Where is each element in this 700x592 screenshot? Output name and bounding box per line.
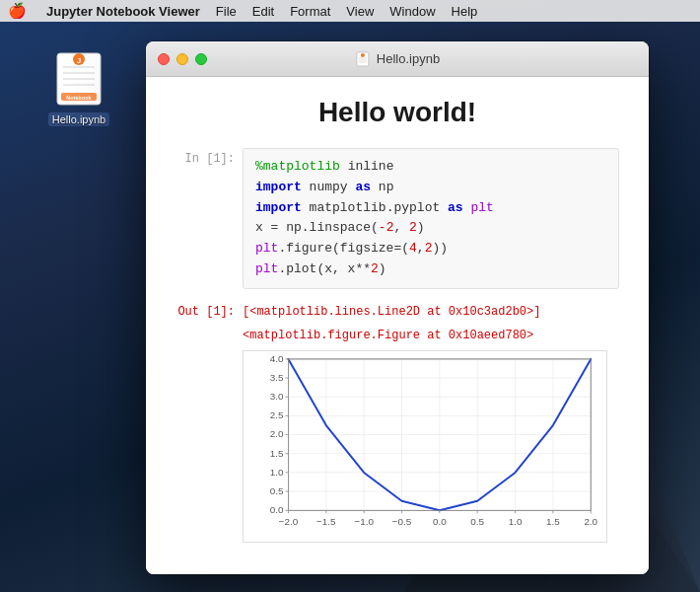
x-label-2: 2.0 [584, 516, 597, 527]
notebook-body[interactable]: Hello world! In [1]: %matplotlib inline … [146, 77, 649, 574]
code-line-1: %matplotlib inline [255, 157, 606, 178]
y-label-1: 1.0 [270, 467, 284, 478]
x-label-n2: −2.0 [279, 516, 299, 527]
x-label-n0.5: −0.5 [392, 516, 412, 527]
menu-app-name[interactable]: Jupyter Notebook Viewer [46, 4, 200, 19]
minimize-button[interactable] [176, 53, 188, 65]
svg-text:Notebook: Notebook [66, 95, 92, 101]
y-label-2: 2.0 [270, 428, 284, 439]
menu-edit[interactable]: Edit [252, 4, 274, 19]
output-text-1: [<matplotlib.lines.Line2D at 0x10c3ad2b0… [243, 303, 619, 321]
window-title: Hello.ipynb [355, 51, 440, 67]
svg-point-13 [361, 53, 365, 57]
close-button[interactable] [158, 53, 170, 65]
x-label-0: 0.0 [433, 516, 447, 527]
desktop: 🍎 Jupyter Notebook Viewer File Edit Form… [0, 0, 700, 592]
x-label-n1.5: −1.5 [316, 516, 336, 527]
y-label-2.5: 2.5 [270, 409, 284, 420]
x-label-n1: −1.0 [354, 516, 374, 527]
code-line-5: plt.figure(figsize=(4,2)) [255, 239, 606, 259]
title-icon [355, 51, 371, 67]
code-block: %matplotlib inline import numpy as np im… [243, 148, 619, 289]
desktop-icon-notebook[interactable]: J Notebook Hello.ipynb [39, 49, 118, 126]
apple-menu[interactable]: 🍎 [8, 2, 27, 20]
y-label-4: 4.0 [270, 353, 284, 364]
code-line-4: x = np.linspace(-2, 2) [255, 218, 606, 239]
code-cell-1: In [1]: %matplotlib inline import numpy … [175, 148, 619, 289]
notebook-heading: Hello world! [175, 97, 619, 128]
menu-help[interactable]: Help [452, 4, 478, 19]
notebook-window: Hello.ipynb Hello world! In [1]: %matplo… [146, 41, 649, 574]
y-label-0: 0.0 [270, 504, 284, 515]
maximize-button[interactable] [195, 53, 207, 65]
y-label-3.5: 3.5 [270, 372, 284, 383]
x-label-1: 1.0 [509, 516, 523, 527]
menu-view[interactable]: View [346, 4, 374, 19]
menu-bar: 🍎 Jupyter Notebook Viewer File Edit Form… [0, 0, 700, 22]
menu-format[interactable]: Format [290, 4, 330, 19]
x-label-1.5: 1.5 [546, 516, 560, 527]
x-label-0.5: 0.5 [470, 516, 484, 527]
window-title-text: Hello.ipynb [377, 51, 440, 66]
desktop-icon-label: Hello.ipynb [48, 112, 109, 126]
window-titlebar: Hello.ipynb [146, 41, 649, 77]
y-label-1.5: 1.5 [270, 447, 284, 458]
cell-out-label: Out [1]: [175, 303, 235, 319]
svg-text:J: J [77, 56, 81, 65]
code-line-3: import matplotlib.pyplot as plt [255, 198, 606, 219]
output-cell-1: Out [1]: [<matplotlib.lines.Line2D at 0x… [175, 303, 619, 543]
notebook-icon: J Notebook [49, 49, 108, 109]
menu-window[interactable]: Window [389, 4, 435, 19]
cell-code-content[interactable]: %matplotlib inline import numpy as np im… [243, 148, 619, 289]
menu-file[interactable]: File [216, 4, 237, 19]
cell-in-label: In [1]: [175, 148, 235, 166]
matplotlib-plot: 4.0 3.5 3.0 2.5 2.0 1.5 1.0 0.5 0.0 [243, 350, 619, 543]
code-line-6: plt.plot(x, x**2) [255, 259, 606, 280]
code-line-2: import numpy as np [255, 178, 606, 198]
window-controls[interactable] [158, 53, 207, 65]
output-content: [<matplotlib.lines.Line2D at 0x10c3ad2b0… [243, 303, 619, 543]
output-text-2: <matplotlib.figure.Figure at 0x10aeed780… [243, 327, 619, 344]
y-label-0.5: 0.5 [270, 485, 284, 496]
y-label-3: 3.0 [270, 391, 284, 402]
plot-svg: 4.0 3.5 3.0 2.5 2.0 1.5 1.0 0.5 0.0 [243, 350, 607, 543]
